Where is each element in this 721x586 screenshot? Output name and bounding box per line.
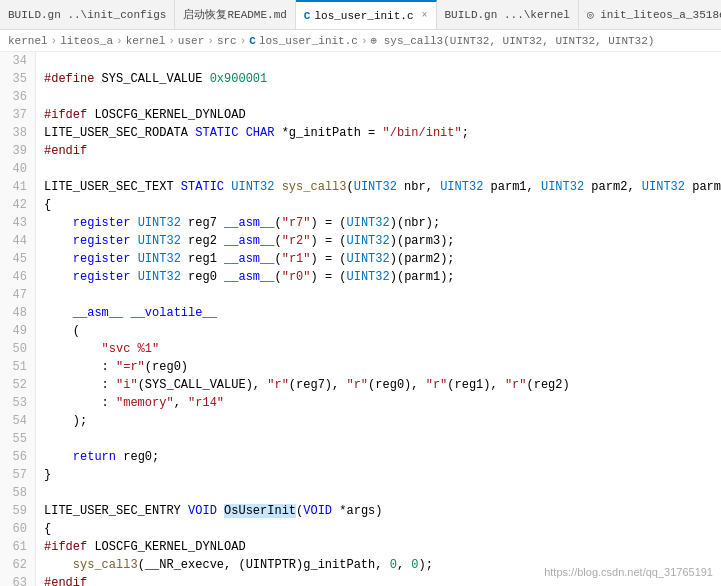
code-content[interactable]: #define SYS_CALL_VALUE 0x900001 #ifdef L… [36,52,721,586]
code-line: register UINT32 reg0 __asm__("r0") = (UI… [44,268,713,286]
tab-label: ◎ init_liteos_a_3518ev300.cfg [587,8,721,21]
code-line: register UINT32 reg2 __asm__("r2") = (UI… [44,232,713,250]
code-line: register UINT32 reg1 __asm__("r1") = (UI… [44,250,713,268]
code-area: 34 35 36 37 38 39 40 41 42 43 44 45 46 4… [0,52,721,586]
code-line: return reg0; [44,448,713,466]
code-line: ); [44,412,713,430]
code-line: LITE_USER_SEC_TEXT STATIC UINT32 sys_cal… [44,178,713,196]
code-line [44,286,713,304]
tab-build-gn-kernel[interactable]: BUILD.gn ...\kernel [437,0,579,30]
tab-label: BUILD.gn ...\kernel [445,9,570,21]
tab-label: los_user_init.c [314,10,413,22]
code-line: #ifdef LOSCFG_KERNEL_DYNLOAD [44,538,713,556]
code-line: : "=r"(reg0) [44,358,713,376]
tab-readme[interactable]: 启动恢复README.md [175,0,295,30]
tab-c-icon: C [304,10,311,22]
code-line: #ifdef LOSCFG_KERNEL_DYNLOAD [44,106,713,124]
code-line [44,484,713,502]
code-line: } [44,466,713,484]
code-line [44,52,713,70]
tab-build-gn-init[interactable]: BUILD.gn ..\init_configs [0,0,175,30]
tab-init-liteos[interactable]: ◎ init_liteos_a_3518ev300.cfg [579,0,721,30]
code-line: #endif [44,142,713,160]
code-line: __asm__ __volatile__ [44,304,713,322]
tab-close-icon[interactable]: × [422,10,428,21]
code-line: LITE_USER_SEC_RODATA STATIC CHAR *g_init… [44,124,713,142]
tab-label: BUILD.gn ..\init_configs [8,9,166,21]
watermark: https://blog.csdn.net/qq_31765191 [544,566,713,578]
code-line: { [44,196,713,214]
code-line: ( [44,322,713,340]
code-line: : "i"(SYS_CALL_VALUE), "r"(reg7), "r"(re… [44,376,713,394]
code-line: LITE_USER_SEC_ENTRY VOID OsUserInit(VOID… [44,502,713,520]
tab-bar: BUILD.gn ..\init_configs 启动恢复README.md C… [0,0,721,30]
code-line: { [44,520,713,538]
code-line: : "memory", "r14" [44,394,713,412]
code-line [44,160,713,178]
code-line [44,430,713,448]
line-numbers: 34 35 36 37 38 39 40 41 42 43 44 45 46 4… [0,52,36,586]
tab-label: 启动恢复README.md [183,7,286,22]
code-line: register UINT32 reg7 __asm__("r7") = (UI… [44,214,713,232]
code-line [44,88,713,106]
code-line: "svc %1" [44,340,713,358]
tab-los-user-init[interactable]: C los_user_init.c × [296,0,437,30]
code-line: #define SYS_CALL_VALUE 0x900001 [44,70,713,88]
breadcrumb: kernel › liteos_a › kernel › user › src … [0,30,721,52]
